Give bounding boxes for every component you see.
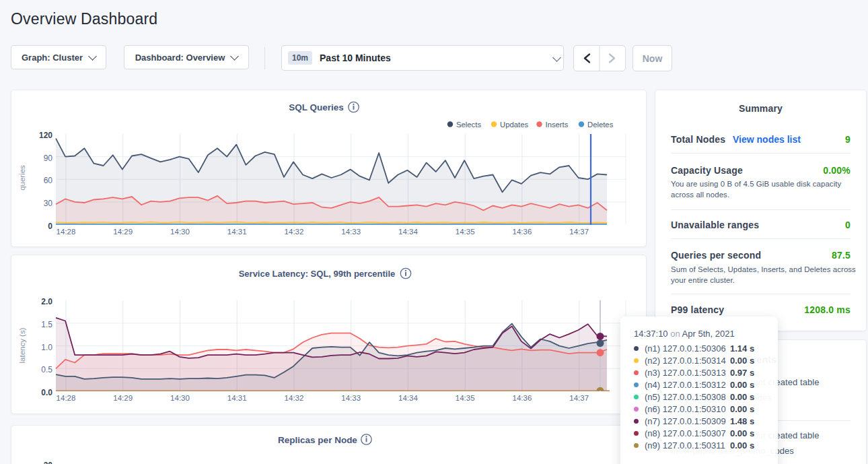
svg-text:60: 60 [44,176,53,185]
svg-text:0.0: 0.0 [41,388,52,397]
svg-text:14:29: 14:29 [113,228,133,236]
svg-text:1.0: 1.0 [41,343,52,352]
svg-text:2.0: 2.0 [41,297,52,306]
svg-text:14:36: 14:36 [513,394,532,402]
svg-text:14:32: 14:32 [285,394,304,402]
svg-text:14:34: 14:34 [398,394,418,402]
svg-text:30: 30 [44,199,53,208]
svg-text:120: 120 [39,131,52,140]
svg-text:14:28: 14:28 [57,228,76,236]
svg-text:14:35: 14:35 [456,228,475,236]
svg-text:1.5: 1.5 [41,320,52,329]
svg-text:14:36: 14:36 [513,228,532,236]
svg-text:SQL Queries: SQL Queries [289,102,344,112]
svg-text:14:28: 14:28 [57,394,76,402]
svg-text:90: 90 [44,154,53,163]
svg-text:0.5: 0.5 [41,365,52,374]
svg-text:14:33: 14:33 [341,228,361,236]
svg-text:latency (s): latency (s) [18,327,26,363]
svg-text:14:37: 14:37 [569,394,589,402]
svg-text:14:31: 14:31 [227,394,247,402]
svg-text:14:35: 14:35 [456,394,475,402]
svg-text:Replicas per Node: Replicas per Node [278,435,357,445]
svg-text:14:30: 14:30 [170,394,190,402]
svg-text:Service Latency: SQL, 99th per: Service Latency: SQL, 99th percentile [239,269,396,279]
svg-text:Updates: Updates [500,121,528,129]
svg-text:14:33: 14:33 [341,394,361,402]
svg-text:14:31: 14:31 [227,228,247,236]
svg-text:14:29: 14:29 [113,394,133,402]
svg-text:Selects: Selects [456,121,481,129]
svg-text:14:34: 14:34 [398,228,418,236]
svg-text:queries: queries [18,165,26,191]
svg-text:30: 30 [44,461,53,464]
svg-text:Deletes: Deletes [587,121,614,129]
svg-text:14:37: 14:37 [569,228,589,236]
svg-text:0: 0 [48,222,52,231]
svg-text:14:32: 14:32 [285,228,304,236]
svg-text:14:30: 14:30 [170,228,190,236]
svg-text:Inserts: Inserts [546,121,569,129]
